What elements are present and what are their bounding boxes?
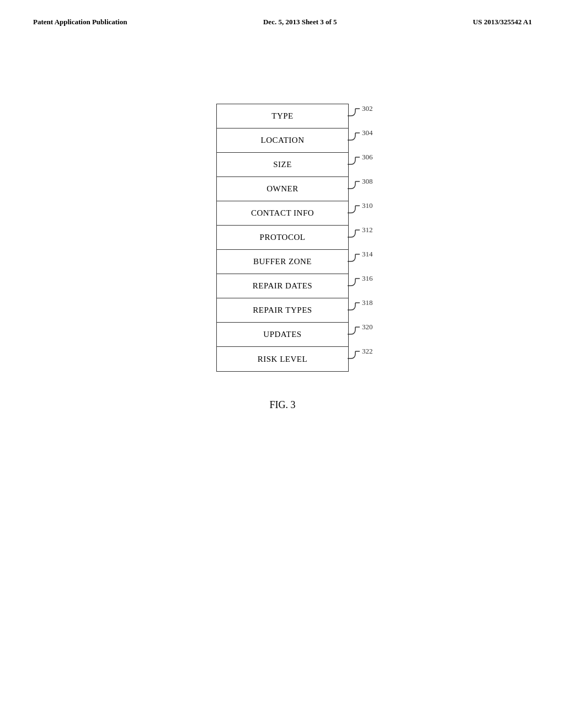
table-row: BUFFER ZONE xyxy=(217,250,348,274)
header-right: US 2013/325542 A1 xyxy=(473,18,532,26)
data-table: TYPELOCATIONSIZEOWNERCONTACT INFOPROTOCO… xyxy=(216,104,349,372)
diagram-container: TYPELOCATIONSIZEOWNERCONTACT INFOPROTOCO… xyxy=(216,104,349,372)
bracket-line xyxy=(348,181,355,189)
table-row: TYPE xyxy=(217,104,348,129)
ref-label: 312 xyxy=(362,226,373,234)
header-left: Patent Application Publication xyxy=(33,18,127,26)
ref-label: 320 xyxy=(362,323,373,331)
bracket-line xyxy=(348,327,355,334)
bracket-line xyxy=(348,157,355,164)
table-row: SIZE xyxy=(217,153,348,177)
bracket-line xyxy=(348,206,355,213)
ref-label: 304 xyxy=(362,129,373,137)
main-content: TYPELOCATIONSIZEOWNERCONTACT INFOPROTOCO… xyxy=(0,104,565,411)
bracket-line xyxy=(348,230,355,237)
table-row: OWNER xyxy=(217,177,348,201)
ref-label: 316 xyxy=(362,274,373,282)
table-row: UPDATES xyxy=(217,323,348,347)
ref-label: 322 xyxy=(362,347,373,355)
brackets-svg: 302304306308310312314316318320322 xyxy=(348,104,397,376)
table-row: CONTACT INFO xyxy=(217,201,348,226)
figure-caption: FIG. 3 xyxy=(269,399,295,411)
bracket-line xyxy=(348,133,355,140)
table-row: PROTOCOL xyxy=(217,226,348,250)
ref-label: 314 xyxy=(362,250,373,258)
ref-label: 302 xyxy=(362,104,373,113)
table-row: RISK LEVEL xyxy=(217,347,348,371)
bracket-line xyxy=(348,254,355,261)
ref-label: 306 xyxy=(362,153,373,161)
table-row: LOCATION xyxy=(217,129,348,153)
bracket-line xyxy=(348,109,355,116)
bracket-line xyxy=(348,351,355,358)
header-center: Dec. 5, 2013 Sheet 3 of 5 xyxy=(263,18,337,26)
ref-label: 308 xyxy=(362,177,373,185)
table-row: REPAIR DATES xyxy=(217,274,348,298)
page-header: Patent Application Publication Dec. 5, 2… xyxy=(0,0,565,26)
ref-label: 310 xyxy=(362,201,373,210)
bracket-line xyxy=(348,279,355,286)
bracket-line xyxy=(348,303,355,310)
table-row: REPAIR TYPES xyxy=(217,298,348,323)
ref-label: 318 xyxy=(362,298,373,307)
